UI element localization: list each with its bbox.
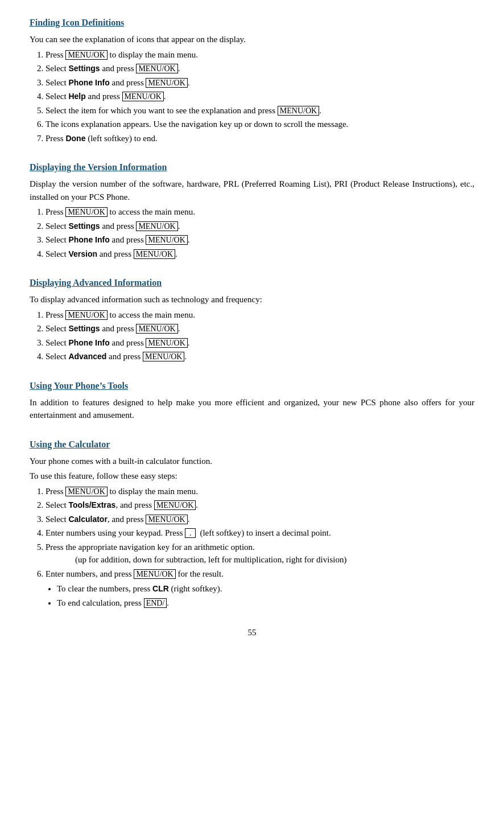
section-intro-calculator-2: To use this feature, follow these easy s…: [30, 470, 474, 483]
bold-help: Help: [68, 92, 85, 101]
kbd-menu-ok: MENU/OK: [134, 249, 175, 259]
list-item: Select Phone Info and press MENU/OK.: [46, 76, 474, 89]
list-item: To end calculation, press END/.: [57, 597, 474, 610]
list-item: Select Tools/Extras, and press MENU/OK.: [46, 499, 474, 512]
section-intro-advanced: To display advanced information such as …: [30, 293, 474, 306]
kbd-menu-ok: MENU/OK: [136, 64, 177, 73]
section-finding-icon-definitions: Finding Icon Definitions You can see the…: [30, 16, 474, 145]
section-displaying-version: Displaying the Version Information Displ…: [30, 161, 474, 260]
section-title-finding-icon-definitions: Finding Icon Definitions: [30, 16, 474, 30]
kbd-menu-ok: MENU/OK: [146, 235, 187, 245]
section-intro-phone-tools: In addition to features designed to help…: [30, 396, 474, 422]
steps-advanced: Press MENU/OK to access the main menu. S…: [46, 309, 474, 363]
kbd-menu-ok: MENU/OK: [136, 324, 177, 334]
kbd-menu-ok: MENU/OK: [143, 352, 184, 361]
kbd-menu-ok: MENU/OK: [134, 569, 175, 579]
list-item: Select Version and press MENU/OK.: [46, 248, 474, 261]
section-displaying-advanced: Displaying Advanced Information To displ…: [30, 276, 474, 363]
bold-advanced: Advanced: [68, 352, 106, 361]
list-item: Select Advanced and press MENU/OK.: [46, 350, 474, 363]
kbd-menu-ok: MENU/OK: [65, 50, 107, 60]
kbd-end: END/: [144, 598, 167, 608]
list-item: Enter numbers, and press MENU/OK for the…: [46, 568, 474, 581]
list-item: Select Calculator, and press MENU/OK.: [46, 513, 474, 526]
bold-tools-extras: Tools/Extras: [68, 500, 115, 509]
list-item: Select the item for which you want to se…: [46, 104, 474, 117]
section-title-displaying-version: Displaying the Version Information: [30, 161, 474, 174]
kbd-menu-ok: MENU/OK: [65, 310, 107, 320]
arithmetic-note: (up for addition, down for subtraction, …: [75, 553, 474, 566]
kbd-menu-ok: MENU/OK: [122, 92, 164, 101]
section-title-phone-tools: Using Your Phone’s Tools: [30, 379, 474, 393]
list-item: Select Phone Info and press MENU/OK.: [46, 233, 474, 246]
section-title-displaying-advanced: Displaying Advanced Information: [30, 276, 474, 290]
list-item: The icons explanation appears. Use the n…: [46, 118, 474, 131]
steps-calculator: Press MENU/OK to display the main menu. …: [46, 485, 474, 581]
kbd-menu-ok: MENU/OK: [136, 221, 177, 231]
section-title-calculator: Using the Calculator: [30, 438, 474, 451]
page-number: 55: [30, 626, 474, 639]
section-intro-finding: You can see the explanation of icons tha…: [30, 33, 474, 46]
list-item: Select Settings and press MENU/OK.: [46, 62, 474, 75]
section-intro-version: Display the version number of the softwa…: [30, 178, 474, 203]
steps-version: Press MENU/OK to access the main menu. S…: [46, 205, 474, 260]
steps-finding: Press MENU/OK to display the main menu. …: [46, 48, 474, 145]
list-item: Press MENU/OK to display the main menu.: [46, 485, 474, 498]
kbd-menu-ok: MENU/OK: [146, 338, 187, 348]
kbd-menu-ok: MENU/OK: [65, 207, 107, 217]
calculator-bullets: To clear the numbers, press CLR (right s…: [57, 582, 474, 609]
list-item: Press Done (left softkey) to end.: [46, 132, 474, 145]
list-item: To clear the numbers, press CLR (right s…: [57, 582, 474, 595]
bold-settings: Settings: [68, 221, 100, 231]
list-item: Select Settings and press MENU/OK.: [46, 220, 474, 233]
list-item: Enter numbers using your keypad. Press .…: [46, 527, 474, 540]
list-item: Select Settings and press MENU/OK.: [46, 322, 474, 335]
kbd-menu-ok: MENU/OK: [146, 78, 187, 88]
list-item: Select Phone Info and press MENU/OK.: [46, 336, 474, 350]
bold-phone-info: Phone Info: [68, 338, 109, 347]
section-using-calculator: Using the Calculator Your phone comes wi…: [30, 438, 474, 610]
kbd-menu-ok: MENU/OK: [146, 515, 187, 524]
bold-version: Version: [68, 249, 97, 258]
kbd-menu-ok: MENU/OK: [278, 106, 319, 116]
list-item: Press the appropriate navigation key for…: [46, 541, 474, 566]
bold-phone-info: Phone Info: [68, 235, 109, 244]
section-using-phone-tools: Using Your Phone’s Tools In addition to …: [30, 379, 474, 422]
bold-phone-info: Phone Info: [68, 78, 109, 87]
list-item: Press MENU/OK to access the main menu.: [46, 309, 474, 322]
list-item: Press MENU/OK to access the main menu.: [46, 205, 474, 219]
bold-settings: Settings: [68, 324, 100, 333]
kbd-menu-ok: MENU/OK: [65, 487, 107, 496]
section-intro-calculator-1: Your phone comes with a built-in calcula…: [30, 455, 474, 468]
bold-settings: Settings: [68, 64, 100, 73]
bold-calculator: Calculator: [68, 515, 107, 524]
bold-clr: CLR: [152, 584, 169, 593]
kbd-decimal: .: [185, 528, 196, 538]
bold-done: Done: [65, 134, 85, 143]
kbd-menu-ok: MENU/OK: [154, 500, 196, 510]
list-item: Select Help and press MENU/OK.: [46, 90, 474, 103]
list-item: Press MENU/OK to display the main menu.: [46, 48, 474, 61]
